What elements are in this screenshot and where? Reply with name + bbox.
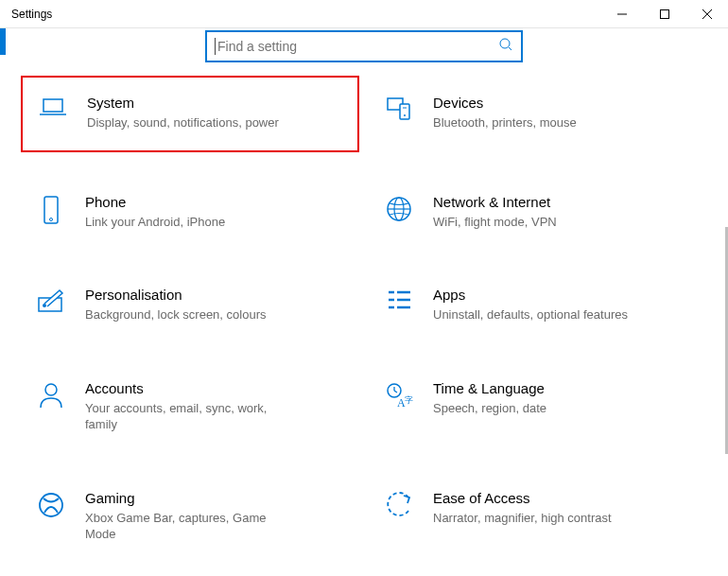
close-button[interactable]	[685, 0, 728, 28]
tile-title: Personalisation	[85, 287, 266, 303]
person-icon	[28, 380, 74, 409]
window-controls	[600, 0, 728, 28]
svg-rect-9	[400, 104, 409, 119]
globe-icon	[376, 194, 422, 222]
tile-desc: Link your Android, iPhone	[85, 214, 225, 231]
tile-title: Ease of Access	[433, 490, 612, 506]
svg-line-28	[394, 391, 397, 393]
ease-of-access-icon	[376, 490, 422, 518]
tile-desc: Your accounts, email, sync, work, family	[85, 400, 291, 433]
tile-title: Apps	[433, 287, 628, 303]
tile-desc: WiFi, flight mode, VPN	[433, 214, 557, 231]
svg-rect-12	[44, 197, 58, 223]
tile-desc: Uninstall, defaults, optional features	[433, 306, 628, 323]
search-input[interactable]	[217, 39, 498, 54]
tile-desc: Bluetooth, printers, mouse	[433, 114, 577, 131]
text-cursor	[215, 38, 216, 55]
minimize-icon	[617, 9, 627, 19]
tile-gaming[interactable]: Gaming Xbox Game Bar, captures, Game Mod…	[21, 480, 359, 552]
tile-phone[interactable]: Phone Link your Android, iPhone	[21, 184, 359, 240]
search-icon	[498, 37, 513, 56]
tile-title: Time & Language	[433, 380, 546, 396]
settings-grid: System Display, sound, notifications, po…	[0, 85, 728, 552]
svg-point-31	[40, 494, 62, 516]
laptop-icon	[30, 95, 76, 119]
tile-title: Accounts	[85, 380, 291, 396]
tile-system[interactable]: System Display, sound, notifications, po…	[21, 76, 359, 152]
maximize-button[interactable]	[643, 0, 685, 28]
time-language-icon: A字	[376, 380, 422, 409]
tile-personalisation[interactable]: Personalisation Background, lock screen,…	[21, 277, 359, 333]
window-title: Settings	[0, 8, 52, 21]
tile-desc: Xbox Game Bar, captures, Game Mode	[85, 510, 291, 543]
titlebar: Settings	[0, 0, 728, 28]
tile-desc: Background, lock screen, colours	[85, 306, 266, 323]
tile-title: Gaming	[85, 490, 291, 506]
minimize-button[interactable]	[600, 0, 643, 28]
tile-time-language[interactable]: A字 Time & Language Speech, region, date	[369, 371, 707, 443]
svg-rect-1	[660, 10, 668, 19]
close-icon	[702, 9, 712, 19]
brush-icon	[28, 287, 74, 313]
tile-desc: Speech, region, date	[433, 400, 546, 417]
svg-point-13	[50, 218, 53, 220]
tile-accounts[interactable]: Accounts Your accounts, email, sync, wor…	[21, 371, 359, 443]
xbox-icon	[28, 490, 74, 518]
tile-title: Devices	[433, 95, 577, 111]
tile-desc: Display, sound, notifications, power	[87, 114, 279, 131]
search-box[interactable]	[205, 30, 523, 62]
accent-indicator	[0, 28, 6, 55]
phone-icon	[28, 194, 74, 224]
svg-text:字: 字	[405, 395, 413, 405]
tile-devices[interactable]: Devices Bluetooth, printers, mouse	[369, 85, 707, 147]
svg-point-18	[43, 304, 46, 307]
devices-icon	[376, 95, 422, 121]
tile-title: System	[87, 95, 279, 111]
svg-rect-6	[43, 99, 62, 112]
maximize-icon	[660, 9, 669, 19]
svg-point-10	[404, 114, 406, 116]
tile-ease-of-access[interactable]: Ease of Access Narrator, magnifier, high…	[369, 480, 707, 552]
tile-title: Phone	[85, 194, 225, 210]
svg-point-4	[500, 39, 510, 48]
apps-icon	[376, 287, 422, 311]
svg-line-5	[509, 47, 511, 50]
tile-desc: Narrator, magnifier, high contrast	[433, 510, 612, 527]
svg-point-25	[45, 384, 57, 395]
tile-title: Network & Internet	[433, 194, 557, 210]
tile-network[interactable]: Network & Internet WiFi, flight mode, VP…	[369, 184, 707, 240]
tile-apps[interactable]: Apps Uninstall, defaults, optional featu…	[369, 277, 707, 333]
